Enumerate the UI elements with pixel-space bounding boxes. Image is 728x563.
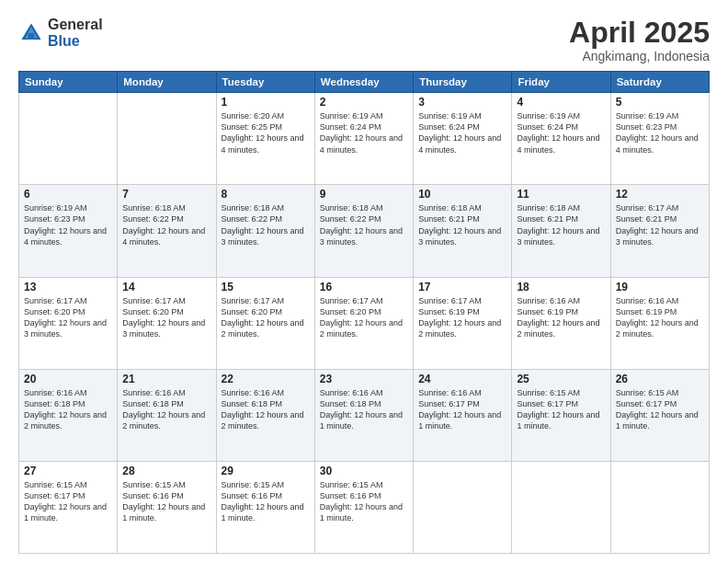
table-row: 11Sunrise: 6:18 AM Sunset: 6:21 PM Dayli… [512, 185, 610, 277]
table-row [512, 461, 610, 553]
col-friday: Friday [512, 72, 610, 93]
day-number: 25 [517, 373, 605, 385]
day-info: Sunrise: 6:19 AM Sunset: 6:24 PM Dayligh… [320, 110, 408, 155]
calendar-week-row: 1Sunrise: 6:20 AM Sunset: 6:25 PM Daylig… [19, 93, 710, 185]
table-row: 2Sunrise: 6:19 AM Sunset: 6:24 PM Daylig… [314, 93, 413, 185]
month-title: April 2025 [569, 17, 710, 49]
day-info: Sunrise: 6:19 AM Sunset: 6:24 PM Dayligh… [418, 110, 506, 155]
day-number: 7 [122, 188, 210, 201]
table-row: 19Sunrise: 6:16 AM Sunset: 6:19 PM Dayli… [610, 277, 709, 369]
table-row: 8Sunrise: 6:18 AM Sunset: 6:22 PM Daylig… [216, 185, 314, 277]
table-row: 21Sunrise: 6:16 AM Sunset: 6:18 PM Dayli… [118, 369, 216, 461]
day-info: Sunrise: 6:16 AM Sunset: 6:17 PM Dayligh… [418, 387, 506, 432]
day-number: 29 [222, 465, 310, 477]
logo-icon [18, 20, 44, 46]
col-thursday: Thursday [414, 72, 512, 93]
day-info: Sunrise: 6:17 AM Sunset: 6:20 PM Dayligh… [24, 295, 112, 340]
table-row: 4Sunrise: 6:19 AM Sunset: 6:24 PM Daylig… [512, 93, 610, 185]
table-row: 7Sunrise: 6:18 AM Sunset: 6:22 PM Daylig… [118, 185, 216, 277]
day-info: Sunrise: 6:18 AM Sunset: 6:21 PM Dayligh… [517, 202, 605, 247]
day-info: Sunrise: 6:17 AM Sunset: 6:20 PM Dayligh… [122, 295, 210, 340]
day-number: 22 [222, 373, 310, 385]
day-info: Sunrise: 6:15 AM Sunset: 6:16 PM Dayligh… [222, 479, 310, 524]
day-number: 20 [24, 373, 112, 385]
table-row: 24Sunrise: 6:16 AM Sunset: 6:17 PM Dayli… [414, 369, 512, 461]
day-number: 6 [24, 188, 112, 201]
col-tuesday: Tuesday [216, 72, 314, 93]
table-row: 13Sunrise: 6:17 AM Sunset: 6:20 PM Dayli… [19, 277, 118, 369]
logo-general: General [48, 17, 103, 33]
table-row: 1Sunrise: 6:20 AM Sunset: 6:25 PM Daylig… [216, 93, 314, 185]
table-row: 23Sunrise: 6:16 AM Sunset: 6:18 PM Dayli… [314, 369, 413, 461]
calendar-week-row: 20Sunrise: 6:16 AM Sunset: 6:18 PM Dayli… [19, 369, 710, 461]
day-info: Sunrise: 6:20 AM Sunset: 6:25 PM Dayligh… [222, 110, 310, 155]
logo: General Blue [18, 17, 103, 49]
day-number: 15 [222, 281, 310, 293]
day-info: Sunrise: 6:16 AM Sunset: 6:19 PM Dayligh… [517, 295, 605, 340]
table-row: 16Sunrise: 6:17 AM Sunset: 6:20 PM Dayli… [314, 277, 413, 369]
col-monday: Monday [118, 72, 216, 93]
day-number: 16 [320, 281, 408, 293]
table-row: 27Sunrise: 6:15 AM Sunset: 6:17 PM Dayli… [19, 461, 118, 553]
day-number: 21 [122, 373, 210, 385]
day-number: 19 [616, 281, 704, 293]
table-row: 15Sunrise: 6:17 AM Sunset: 6:20 PM Dayli… [216, 277, 314, 369]
table-row: 17Sunrise: 6:17 AM Sunset: 6:19 PM Dayli… [414, 277, 512, 369]
table-row: 12Sunrise: 6:17 AM Sunset: 6:21 PM Dayli… [610, 185, 709, 277]
table-row: 29Sunrise: 6:15 AM Sunset: 6:16 PM Dayli… [216, 461, 314, 553]
day-info: Sunrise: 6:16 AM Sunset: 6:18 PM Dayligh… [24, 387, 112, 432]
table-row: 25Sunrise: 6:15 AM Sunset: 6:17 PM Dayli… [512, 369, 610, 461]
day-number: 1 [222, 96, 310, 109]
svg-rect-2 [28, 33, 35, 40]
day-info: Sunrise: 6:15 AM Sunset: 6:16 PM Dayligh… [320, 479, 408, 524]
day-info: Sunrise: 6:16 AM Sunset: 6:18 PM Dayligh… [122, 387, 210, 432]
table-row [19, 93, 118, 185]
day-number: 2 [320, 96, 408, 109]
day-number: 24 [418, 373, 506, 385]
day-info: Sunrise: 6:15 AM Sunset: 6:16 PM Dayligh… [122, 479, 210, 524]
col-wednesday: Wednesday [314, 72, 413, 93]
day-info: Sunrise: 6:16 AM Sunset: 6:19 PM Dayligh… [616, 295, 704, 340]
table-row: 26Sunrise: 6:15 AM Sunset: 6:17 PM Dayli… [610, 369, 709, 461]
table-row: 30Sunrise: 6:15 AM Sunset: 6:16 PM Dayli… [314, 461, 413, 553]
table-row [414, 461, 512, 553]
day-number: 14 [122, 281, 210, 293]
day-info: Sunrise: 6:15 AM Sunset: 6:17 PM Dayligh… [616, 387, 704, 432]
col-sunday: Sunday [19, 72, 118, 93]
day-number: 3 [418, 96, 506, 109]
table-row: 20Sunrise: 6:16 AM Sunset: 6:18 PM Dayli… [19, 369, 118, 461]
table-row [118, 93, 216, 185]
day-number: 12 [616, 188, 704, 201]
day-info: Sunrise: 6:17 AM Sunset: 6:19 PM Dayligh… [418, 295, 506, 340]
day-number: 17 [418, 281, 506, 293]
day-info: Sunrise: 6:18 AM Sunset: 6:22 PM Dayligh… [320, 202, 408, 247]
day-info: Sunrise: 6:15 AM Sunset: 6:17 PM Dayligh… [24, 479, 112, 524]
day-info: Sunrise: 6:17 AM Sunset: 6:21 PM Dayligh… [616, 202, 704, 247]
header: General Blue April 2025 Angkimang, Indon… [18, 17, 710, 63]
day-info: Sunrise: 6:19 AM Sunset: 6:23 PM Dayligh… [616, 110, 704, 155]
logo-blue: Blue [48, 33, 103, 50]
day-number: 8 [222, 188, 310, 201]
day-info: Sunrise: 6:19 AM Sunset: 6:23 PM Dayligh… [24, 202, 112, 247]
day-number: 4 [517, 96, 605, 109]
day-number: 30 [320, 465, 408, 477]
table-row: 3Sunrise: 6:19 AM Sunset: 6:24 PM Daylig… [414, 93, 512, 185]
day-info: Sunrise: 6:19 AM Sunset: 6:24 PM Dayligh… [517, 110, 605, 155]
day-number: 13 [24, 281, 112, 293]
day-info: Sunrise: 6:18 AM Sunset: 6:22 PM Dayligh… [122, 202, 210, 247]
day-info: Sunrise: 6:18 AM Sunset: 6:21 PM Dayligh… [418, 202, 506, 247]
table-row: 9Sunrise: 6:18 AM Sunset: 6:22 PM Daylig… [314, 185, 413, 277]
day-info: Sunrise: 6:15 AM Sunset: 6:17 PM Dayligh… [517, 387, 605, 432]
table-row: 6Sunrise: 6:19 AM Sunset: 6:23 PM Daylig… [19, 185, 118, 277]
table-row: 5Sunrise: 6:19 AM Sunset: 6:23 PM Daylig… [610, 93, 709, 185]
day-number: 9 [320, 188, 408, 201]
table-row: 18Sunrise: 6:16 AM Sunset: 6:19 PM Dayli… [512, 277, 610, 369]
day-number: 10 [418, 188, 506, 201]
calendar: Sunday Monday Tuesday Wednesday Thursday… [18, 71, 710, 554]
day-number: 28 [122, 465, 210, 477]
day-info: Sunrise: 6:18 AM Sunset: 6:22 PM Dayligh… [222, 202, 310, 247]
day-info: Sunrise: 6:16 AM Sunset: 6:18 PM Dayligh… [320, 387, 408, 432]
day-info: Sunrise: 6:16 AM Sunset: 6:18 PM Dayligh… [222, 387, 310, 432]
day-info: Sunrise: 6:17 AM Sunset: 6:20 PM Dayligh… [222, 295, 310, 340]
day-number: 27 [24, 465, 112, 477]
